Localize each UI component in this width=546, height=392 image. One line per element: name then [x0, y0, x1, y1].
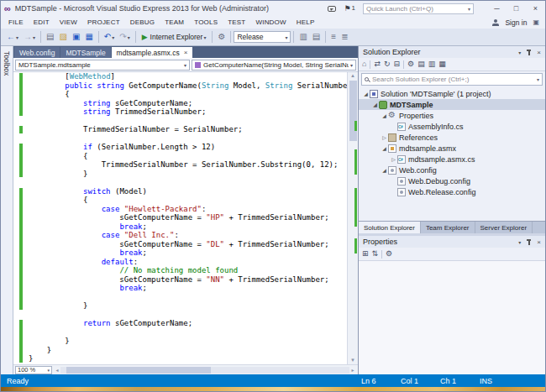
- pin-icon[interactable]: [526, 238, 532, 246]
- menu-file[interactable]: FILE: [3, 18, 29, 26]
- menu-debug[interactable]: DEBUG: [125, 18, 160, 26]
- close-pane-icon[interactable]: ×: [537, 49, 541, 56]
- open-file-button[interactable]: ▨: [56, 32, 69, 42]
- menu-help[interactable]: HELP: [291, 18, 320, 26]
- chevron-down-icon[interactable]: ▾: [203, 34, 206, 40]
- save-button[interactable]: ▣: [70, 32, 82, 42]
- notifications-flag-icon[interactable]: ⚑1: [344, 4, 355, 13]
- uncomment-button[interactable]: ▤: [310, 32, 323, 42]
- tree-item-properties[interactable]: ◢Properties: [359, 110, 545, 121]
- type-dropdown[interactable]: MDTSample.mdtsample ▾: [15, 60, 190, 71]
- scroll-left-icon[interactable]: ◂: [54, 367, 60, 373]
- member-dropdown[interactable]: GetComputerName(String Model, String Ser…: [192, 60, 356, 71]
- alphabetical-icon[interactable]: ⇅: [372, 250, 379, 258]
- show-all-files-icon[interactable]: ▤: [417, 60, 425, 68]
- menu-view[interactable]: VIEW: [55, 18, 82, 26]
- config-file-icon: [397, 177, 406, 186]
- properties-icon[interactable]: ⚙: [407, 60, 414, 68]
- scrollbar-thumb[interactable]: [349, 81, 357, 141]
- expanded-arrow-icon[interactable]: ◢: [381, 167, 388, 173]
- pin-icon[interactable]: [526, 49, 532, 56]
- menu-edit[interactable]: EDIT: [29, 18, 55, 26]
- comment-button[interactable]: ▥: [297, 32, 309, 42]
- property-pages-icon[interactable]: ⚙: [386, 250, 392, 258]
- tab-web-config[interactable]: Web.config: [14, 47, 60, 58]
- scroll-down-icon[interactable]: ▼: [350, 357, 355, 364]
- tree-item-mdtsample[interactable]: ◢MDTSample: [359, 99, 545, 110]
- expanded-arrow-icon[interactable]: ◢: [362, 91, 370, 97]
- maximize-button[interactable]: □: [507, 1, 526, 16]
- start-debug-button[interactable]: ▶Internet Explorer▾: [139, 32, 210, 42]
- zoom-dropdown[interactable]: 100 % ▾: [15, 366, 52, 374]
- sign-in-link[interactable]: Sign in: [505, 18, 527, 27]
- minimize-button[interactable]: ─: [487, 1, 507, 16]
- menu-window[interactable]: WINDOW: [250, 18, 291, 26]
- undo-button[interactable]: ↶▾: [102, 32, 117, 42]
- indent-decrease-button[interactable]: ≡: [328, 32, 339, 42]
- menu-team[interactable]: TEAM: [160, 18, 189, 26]
- expanded-arrow-icon[interactable]: ◢: [381, 145, 388, 151]
- redo-button[interactable]: ↷▾: [117, 32, 132, 42]
- editor-horizontal-scrollbar[interactable]: ◂ ▸: [54, 365, 356, 374]
- tree-item-references[interactable]: ▷References: [359, 132, 545, 143]
- sync-with-active-document-icon[interactable]: ⇄: [374, 60, 381, 68]
- solution-explorer-search-box[interactable]: Search Solution Explorer (Ctrl+;) ▾: [361, 73, 543, 86]
- window-position-icon[interactable]: ▾: [518, 239, 521, 245]
- categorized-icon[interactable]: ⊞: [362, 250, 369, 258]
- scrollbar-thumb[interactable]: [66, 367, 211, 374]
- solution-configuration-dropdown[interactable]: Release▾: [234, 31, 291, 43]
- collapsed-arrow-icon[interactable]: ▷: [381, 134, 388, 140]
- tab-mdtsample[interactable]: MDTSample: [60, 47, 110, 58]
- code-editor[interactable]: [WebMethod] public string GetComputerNam…: [13, 72, 358, 364]
- chevron-down-icon[interactable]: ▾: [184, 62, 186, 68]
- home-icon[interactable]: ⌂: [362, 60, 366, 68]
- close-button[interactable]: ×: [526, 1, 545, 16]
- feedback-bubble-icon[interactable]: [328, 6, 336, 12]
- tree-item-web-debug-config[interactable]: Web.Debug.config: [359, 175, 545, 186]
- new-file-button[interactable]: ▤: [44, 32, 56, 42]
- window-position-icon[interactable]: ▾: [518, 50, 521, 55]
- refresh-icon[interactable]: ↻: [384, 60, 391, 68]
- chevron-down-icon[interactable]: ▾: [468, 6, 470, 12]
- close-tab-icon[interactable]: ×: [184, 49, 188, 56]
- expanded-arrow-icon[interactable]: ◢: [371, 102, 379, 107]
- save-all-button[interactable]: ▦: [82, 32, 95, 42]
- panel-tab-solution-explorer[interactable]: Solution Explorer: [359, 222, 421, 233]
- toolbox-tab[interactable]: Toolbox: [1, 46, 13, 374]
- expanded-arrow-icon[interactable]: ◢: [381, 112, 388, 118]
- tree-item-web-config[interactable]: ◢Web.config: [359, 165, 545, 175]
- tree-item-assemblyinfo-cs[interactable]: AssemblyInfo.cs: [359, 121, 545, 132]
- nav-forward-button[interactable]: →▾: [21, 32, 38, 42]
- nav-back-button[interactable]: ←▾: [4, 32, 21, 42]
- tree-item-label: mdtsample.asmx: [399, 144, 456, 153]
- feedback-icon[interactable]: ▣: [533, 18, 539, 26]
- tree-item-web-release-config[interactable]: Web.Release.config: [359, 186, 545, 197]
- menu-test[interactable]: TEST: [223, 18, 250, 26]
- scrollbar-track[interactable]: [60, 367, 349, 374]
- attach-to-process-button[interactable]: ⚙: [215, 32, 228, 42]
- chevron-down-icon[interactable]: ▾: [537, 76, 539, 82]
- close-pane-icon[interactable]: ×: [537, 238, 541, 246]
- scroll-right-icon[interactable]: ▸: [349, 367, 356, 373]
- tab-mdtsample-asmx-cs[interactable]: mdtsample.asmx.cs×: [112, 47, 193, 58]
- scroll-up-icon[interactable]: ▲: [350, 72, 355, 80]
- quick-launch-box[interactable]: Quick Launch (Ctrl+Q) ▾: [363, 3, 474, 14]
- panel-tab-server-explorer[interactable]: Server Explorer: [475, 222, 533, 233]
- menu-project[interactable]: PROJECT: [82, 18, 125, 26]
- panel-tab-team-explorer[interactable]: Team Explorer: [421, 222, 475, 233]
- editor-vertical-scrollbar[interactable]: ▲ ▼: [347, 72, 358, 364]
- properties-icon: [388, 112, 396, 120]
- tree-item-solution-mdtsample-1-project[interactable]: ◢Solution 'MDTSample' (1 project): [359, 88, 545, 99]
- indent-increase-button[interactable]: ≣: [339, 32, 350, 42]
- view-code-icon[interactable]: ▥: [428, 60, 436, 68]
- preview-selected-item-icon[interactable]: ▦: [438, 60, 446, 68]
- menu-tools[interactable]: TOOLS: [189, 18, 223, 26]
- collapsed-arrow-icon[interactable]: ▷: [390, 156, 397, 162]
- chevron-down-icon[interactable]: ▾: [47, 368, 50, 373]
- tree-item-mdtsample-asmx-cs[interactable]: ▷mdtsample.asmx.cs: [359, 154, 545, 165]
- chevron-down-icon[interactable]: ▾: [285, 34, 287, 40]
- tree-item-mdtsample-asmx[interactable]: ◢mdtsample.asmx: [359, 143, 545, 154]
- collapse-all-icon[interactable]: ⊟: [394, 60, 401, 68]
- chevron-down-icon: ▾: [128, 34, 130, 40]
- chevron-down-icon[interactable]: ▾: [350, 62, 353, 68]
